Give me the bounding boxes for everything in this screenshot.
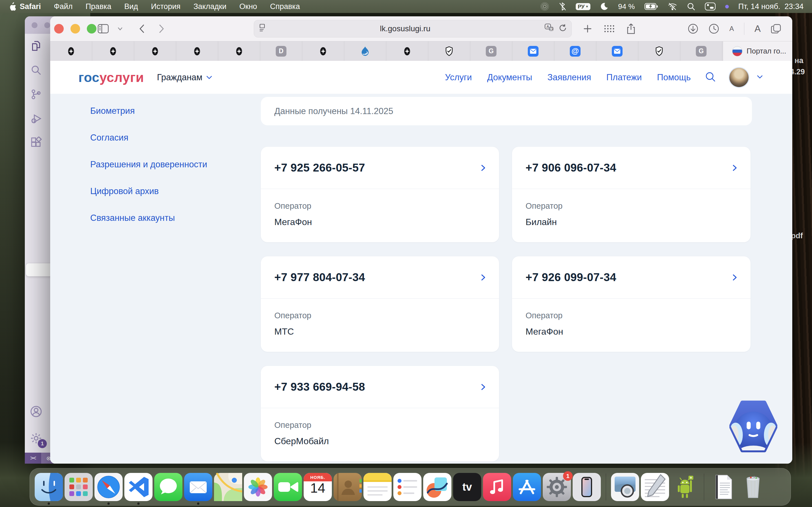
airplay-icon[interactable] bbox=[540, 2, 549, 11]
sidebar-link[interactable]: Разрешения и доверенности bbox=[90, 159, 259, 170]
translate-icon[interactable]: A文 bbox=[545, 23, 555, 34]
new-tab-icon[interactable] bbox=[583, 24, 592, 33]
spotlight-search-icon[interactable] bbox=[687, 2, 695, 11]
profile-chevron-icon[interactable] bbox=[757, 75, 763, 80]
pinned-tab-star[interactable] bbox=[50, 41, 92, 61]
dock-mail[interactable] bbox=[184, 473, 212, 501]
sidebar-link[interactable]: Биометрия bbox=[90, 106, 259, 116]
vscode-remote-indicator[interactable]: >< bbox=[25, 453, 41, 464]
vscode-search-icon[interactable] bbox=[30, 64, 43, 76]
pinned-tab-star[interactable] bbox=[302, 41, 344, 61]
dock-freeform[interactable] bbox=[423, 473, 451, 501]
forward-button[interactable] bbox=[158, 24, 165, 34]
pinned-tab-shield[interactable] bbox=[638, 41, 680, 61]
vscode-extensions-icon[interactable] bbox=[30, 136, 43, 149]
input-source-switcher[interactable]: РУ▼ bbox=[576, 3, 591, 10]
dock-music[interactable] bbox=[483, 473, 511, 501]
vscode-source-control-icon[interactable] bbox=[30, 88, 43, 101]
downloads-icon[interactable] bbox=[688, 23, 698, 34]
avatar[interactable] bbox=[728, 67, 749, 88]
dock-maps[interactable] bbox=[214, 473, 242, 501]
pinned-tab-g[interactable]: G bbox=[680, 41, 722, 61]
dock-finder[interactable] bbox=[35, 473, 63, 501]
vscode-minimize-button[interactable] bbox=[44, 22, 50, 28]
sidebar-chevron-icon[interactable] bbox=[117, 27, 123, 31]
menubar-item-справка[interactable]: Справка bbox=[270, 2, 300, 11]
dock-contacts[interactable] bbox=[334, 473, 362, 501]
menubar-item-файл[interactable]: Файл bbox=[54, 2, 72, 11]
dock-recent-document[interactable] bbox=[709, 473, 737, 501]
menubar-item-история[interactable]: История bbox=[151, 2, 181, 11]
nav-link[interactable]: Платежи bbox=[606, 72, 642, 82]
pinned-tab-star[interactable] bbox=[92, 41, 134, 61]
pinned-tab-at[interactable]: @ bbox=[554, 41, 596, 61]
back-button[interactable] bbox=[139, 24, 145, 34]
minimize-window-button[interactable] bbox=[70, 24, 80, 34]
vscode-explorer-icon[interactable] bbox=[30, 40, 43, 52]
tab-overview-icon[interactable] bbox=[771, 23, 781, 34]
pinned-tab-star[interactable] bbox=[176, 41, 218, 61]
dock-android-file-transfer[interactable] bbox=[671, 473, 699, 501]
vscode-run-debug-icon[interactable] bbox=[30, 112, 43, 125]
menubar-clock[interactable]: Пт, 14 нояб. 23:34 bbox=[739, 2, 804, 11]
address-bar[interactable]: lk.gosuslugi.ru A文 bbox=[254, 20, 572, 38]
dock-facetime[interactable] bbox=[274, 473, 302, 501]
dock-textedit[interactable] bbox=[641, 473, 669, 501]
menubar-item-правка[interactable]: Правка bbox=[86, 2, 111, 11]
pinned-tab-mail[interactable] bbox=[512, 41, 554, 61]
phone-card-header[interactable]: +7 977 804-07-34 bbox=[261, 256, 499, 298]
phone-card-header[interactable]: +7 926 099-07-34 bbox=[512, 256, 751, 298]
sidebar-link[interactable]: Связанные аккаунты bbox=[90, 213, 259, 223]
assistant-robot-button[interactable] bbox=[729, 400, 777, 453]
share-icon[interactable] bbox=[626, 23, 636, 34]
vscode-account-icon[interactable] bbox=[30, 405, 43, 418]
phone-card-header[interactable]: +7 906 096-07-34 bbox=[512, 147, 751, 189]
nav-link[interactable]: Заявления bbox=[547, 72, 591, 82]
page-settings-icon[interactable] bbox=[259, 23, 266, 34]
nav-link[interactable]: Помощь bbox=[657, 72, 691, 82]
dock-photos[interactable] bbox=[244, 473, 272, 501]
dock-safari[interactable] bbox=[94, 473, 123, 501]
audience-dropdown[interactable]: Гражданам bbox=[157, 72, 212, 82]
phone-card-header[interactable]: +7 933 669-94-58 bbox=[261, 366, 499, 408]
dock-notes[interactable] bbox=[363, 473, 392, 501]
menubar-item-вид[interactable]: Вид bbox=[124, 2, 138, 11]
sidebar-link[interactable]: Цифровой архив bbox=[90, 186, 259, 196]
dock-calendar[interactable]: НОЯБ.14 bbox=[304, 473, 332, 501]
history-icon[interactable] bbox=[709, 23, 719, 34]
control-center-icon[interactable] bbox=[705, 3, 716, 10]
menubar-item-safari[interactable]: Safari bbox=[20, 2, 41, 11]
vscode-close-button[interactable] bbox=[32, 22, 38, 28]
pinned-tab-star[interactable] bbox=[218, 41, 260, 61]
dock-launchpad[interactable] bbox=[64, 473, 93, 501]
dock-settings[interactable]: 1 bbox=[543, 473, 571, 501]
nav-link[interactable]: Услуги bbox=[445, 72, 472, 82]
pinned-tab-d[interactable]: D bbox=[260, 41, 302, 61]
dock-messages[interactable] bbox=[154, 473, 183, 501]
sidebar-link[interactable]: Согласия bbox=[90, 133, 259, 143]
apple-menu-icon[interactable] bbox=[8, 2, 16, 11]
reload-icon[interactable] bbox=[559, 24, 567, 34]
pinned-tab-shield[interactable] bbox=[428, 41, 470, 61]
increase-text-size-button[interactable]: A bbox=[755, 23, 761, 34]
dock-tv[interactable]: tv bbox=[453, 473, 481, 501]
battery-charging-icon[interactable] bbox=[645, 3, 658, 10]
pinned-tab-g[interactable]: G bbox=[470, 41, 512, 61]
pinned-tab-star[interactable] bbox=[386, 41, 428, 61]
dock-reminders[interactable] bbox=[393, 473, 421, 501]
tab-groups-grid-icon[interactable] bbox=[604, 24, 615, 33]
sidebar-toggle-icon[interactable] bbox=[98, 24, 109, 34]
dock-preview[interactable] bbox=[611, 473, 639, 501]
decrease-text-size-button[interactable]: A bbox=[729, 25, 734, 33]
dock-vscode[interactable] bbox=[124, 473, 153, 501]
menubar-item-окно[interactable]: Окно bbox=[239, 2, 257, 11]
phone-card-header[interactable]: +7 925 266-05-57 bbox=[261, 147, 499, 189]
focus-moon-icon[interactable] bbox=[600, 2, 608, 11]
dock-trash[interactable] bbox=[739, 473, 767, 501]
pinned-tab-star[interactable] bbox=[134, 41, 176, 61]
pinned-tab-mail[interactable] bbox=[596, 41, 638, 61]
wifi-off-icon[interactable] bbox=[668, 2, 677, 11]
zoom-window-button[interactable] bbox=[87, 24, 96, 34]
close-window-button[interactable] bbox=[54, 24, 64, 34]
menubar-item-закладки[interactable]: Закладки bbox=[193, 2, 226, 11]
